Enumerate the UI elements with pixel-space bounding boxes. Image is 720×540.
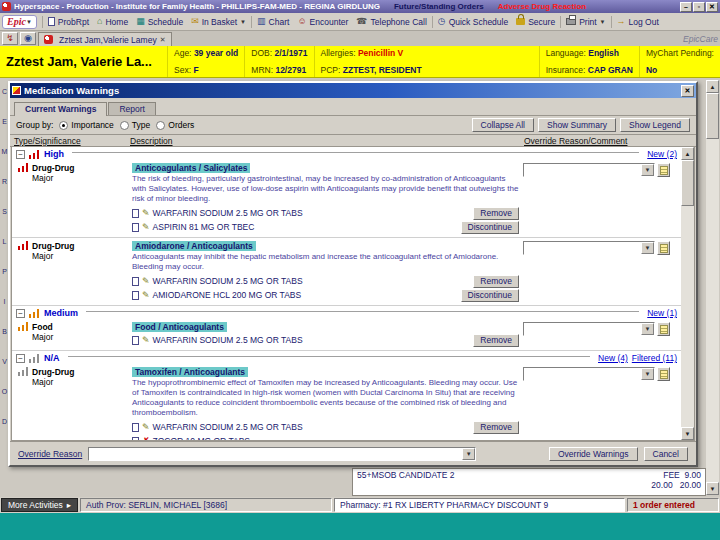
toolbar-schedule-button[interactable]: ▦ Schedule <box>132 14 187 30</box>
toolbar-encounter-button[interactable]: ☺ Encounter <box>293 14 352 30</box>
override-reason-select[interactable]: ▼ <box>523 322 655 336</box>
toolbar-inbasket-button[interactable]: ✉ In Basket ▼ <box>187 14 250 30</box>
order-doc-icon[interactable] <box>132 423 139 432</box>
amount-value: 20.00 <box>680 480 701 490</box>
med-line: ✎ ASPIRIN 81 MG OR TBEC Discontinue <box>132 220 519 234</box>
nav-bolt-button[interactable]: ↯ <box>2 32 18 45</box>
remove-med-button[interactable]: Remove <box>473 421 519 434</box>
toolbar-home-button[interactable]: ⌂ Home <box>93 14 132 30</box>
new-filter-link[interactable]: New (2) <box>647 149 677 159</box>
edit-order-icon[interactable]: ✎ <box>142 222 150 232</box>
warning-row: Drug-DrugMajor Tamoxifen / Anticoagulant… <box>12 364 681 440</box>
warning-title-link[interactable]: Anticoagulants / Salicylates <box>132 163 250 173</box>
order-doc-icon[interactable] <box>132 437 139 441</box>
warning-title-link[interactable]: Tamoxifen / Anticoagulants <box>132 367 248 377</box>
toolbar-logout-button[interactable]: → Log Out <box>613 14 663 30</box>
comment-button[interactable] <box>657 367 670 381</box>
adverse-drug-reaction-alert[interactable]: Adverse Drug Reaction <box>498 2 586 11</box>
edit-order-icon[interactable]: ✎ <box>142 422 150 432</box>
warning-title-link[interactable]: Food / Anticoagulants <box>132 322 227 332</box>
scroll-up-icon[interactable]: ▲ <box>706 80 719 93</box>
epic-menu-button[interactable]: Epic ▼ <box>2 15 37 29</box>
col-override-header[interactable]: Override Reason/Comment <box>524 136 696 146</box>
toolbar-separator <box>611 16 612 28</box>
scrollbar-thumb[interactable] <box>706 93 719 139</box>
radio-type[interactable]: Type <box>120 120 150 130</box>
filtered-link[interactable]: Filtered (11) <box>632 353 677 363</box>
patient-name: Zztest Jam, Valerie La... <box>0 46 168 77</box>
remove-med-button[interactable]: Remove <box>473 334 519 347</box>
order-doc-icon[interactable] <box>132 336 139 345</box>
override-reason-select[interactable]: ▼ <box>523 163 655 177</box>
cancel-button[interactable]: Cancel <box>644 447 688 461</box>
collapse-all-button[interactable]: Collapse All <box>472 118 534 132</box>
future-standing-orders-alert[interactable]: Future/Standing Orders <box>394 2 484 11</box>
new-filter-link[interactable]: New (1) <box>647 308 677 318</box>
edit-order-icon[interactable]: ✎ <box>142 290 150 300</box>
radio-orders[interactable]: Orders <box>156 120 194 130</box>
scrollbar-thumb[interactable] <box>681 160 694 206</box>
toolbar-label: Print <box>579 17 596 27</box>
override-reason-global-select[interactable]: ▼ <box>88 447 476 461</box>
order-doc-icon[interactable] <box>132 223 139 232</box>
discontinue-med-button[interactable]: Discontinue <box>461 289 519 302</box>
radio-importance[interactable]: Importance <box>59 120 114 130</box>
override-reason-select[interactable]: ▼ <box>523 241 655 255</box>
discontinue-med-button[interactable]: Discontinue <box>461 221 519 234</box>
severity-icon <box>18 367 29 376</box>
toolbar-label: Encounter <box>310 17 349 27</box>
dialog-close-button[interactable]: ✕ <box>681 85 694 97</box>
workspace-scrollbar[interactable]: ▲ ▼ <box>706 80 719 495</box>
comment-button[interactable] <box>657 241 670 255</box>
show-legend-button[interactable]: Show Legend <box>620 118 690 132</box>
order-doc-icon[interactable] <box>132 291 139 300</box>
warning-significance: Major <box>32 332 53 342</box>
close-tab-icon[interactable]: ✕ <box>160 36 166 44</box>
maximize-button[interactable]: ▫ <box>693 2 705 12</box>
order-doc-icon[interactable] <box>132 277 139 286</box>
comment-button[interactable] <box>657 163 670 177</box>
toolbar-probrpt-button[interactable]: ProbRpt <box>44 14 93 30</box>
toolbar-telephone-call-button[interactable]: ☎ Telephone Call <box>352 14 430 30</box>
scroll-down-icon[interactable]: ▼ <box>681 427 694 440</box>
dialog-scrollbar[interactable]: ▲ ▼ <box>681 147 694 440</box>
show-summary-button[interactable]: Show Summary <box>538 118 616 132</box>
override-warnings-button[interactable]: Override Warnings <box>549 447 638 461</box>
allergies-value: Penicillin V <box>358 48 403 58</box>
tab-current-warnings[interactable]: Current Warnings <box>14 102 107 116</box>
toolbar-chart-button[interactable]: ▥ Chart <box>253 14 293 30</box>
collapse-section-icon[interactable]: − <box>16 150 25 159</box>
collapse-section-icon[interactable]: − <box>16 309 25 318</box>
collapse-section-icon[interactable]: − <box>16 354 25 363</box>
more-activities-button[interactable]: More Activities ▸ <box>1 498 78 512</box>
close-button[interactable]: ✕ <box>706 2 718 12</box>
edit-order-icon[interactable]: ✎ <box>142 276 150 286</box>
toolbar-print-button[interactable]: Print ▼ <box>562 14 609 30</box>
epiccare-brand: EpicCare <box>683 34 718 44</box>
dialog-titlebar[interactable]: Medication Warnings ✕ <box>10 83 696 98</box>
patient-tab[interactable]: Zztest Jam,Valerie Lamey ✕ <box>38 32 172 46</box>
toolbar-secure-button[interactable]: Secure <box>512 14 559 30</box>
scroll-up-icon[interactable]: ▲ <box>681 147 694 160</box>
override-reason-label: Override Reason <box>18 449 82 459</box>
override-reason-select[interactable]: ▼ <box>523 367 655 381</box>
nav-globe-button[interactable]: ◉ <box>20 32 36 45</box>
tab-report[interactable]: Report <box>108 102 156 115</box>
col-description-header[interactable]: Description <box>130 136 524 146</box>
col-type-header[interactable]: Type/Significance <box>10 136 130 146</box>
scroll-down-icon[interactable]: ▼ <box>706 482 719 495</box>
new-filter-link[interactable]: New (4) <box>598 353 628 363</box>
minimize-button[interactable]: – <box>680 2 692 12</box>
remove-med-button[interactable]: Remove <box>473 207 519 220</box>
warning-title-link[interactable]: Amiodarone / Anticoagulants <box>132 241 256 251</box>
toolbar-quick-schedule-button[interactable]: ◷ Quick Schedule <box>434 14 512 30</box>
chevron-down-icon: ▼ <box>600 19 606 25</box>
orders-entered-status[interactable]: 1 order entered <box>627 498 719 512</box>
comment-button[interactable] <box>657 322 670 336</box>
edit-order-icon[interactable]: ✎ <box>142 335 150 345</box>
order-doc-icon[interactable] <box>132 209 139 218</box>
toolbar-label: Secure <box>528 17 555 27</box>
remove-med-button[interactable]: Remove <box>473 275 519 288</box>
pharmacy-field[interactable]: Pharmacy: #1 RX LIBERTY PHARMACY DISCOUN… <box>334 498 625 512</box>
edit-order-icon[interactable]: ✎ <box>142 208 150 218</box>
